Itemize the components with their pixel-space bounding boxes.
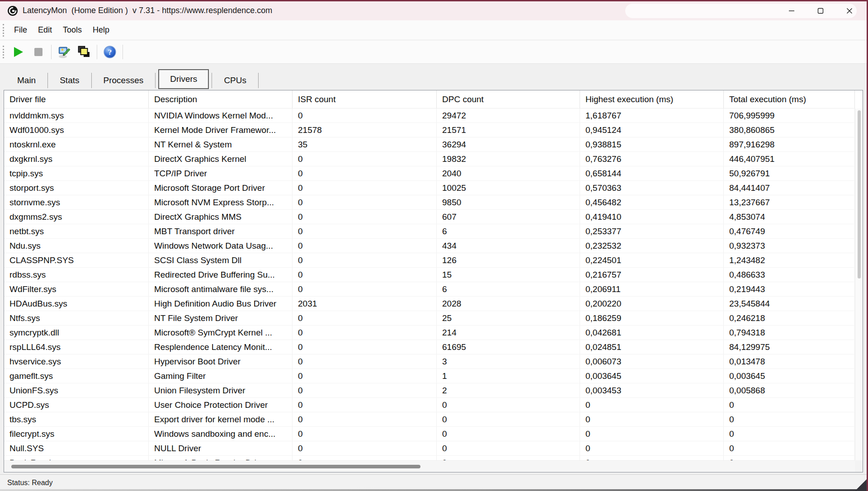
cell-dpc-count: 29472 [437, 109, 580, 123]
table-row[interactable]: BasicRender.sys Microsoft Basic Render D… [4, 456, 855, 460]
table-row[interactable]: dxgmms2.sys DirectX Graphics MMS 0 607 0… [4, 210, 855, 224]
column-header-highest-execution[interactable]: Highest execution (ms) [580, 90, 724, 108]
cell-description: Microsoft NVM Express Storp... [149, 195, 292, 209]
cell-total-execution: 0,486633 [724, 268, 855, 282]
cell-description: High Definition Audio Bus Driver [149, 297, 292, 311]
menu-tools[interactable]: Tools [57, 23, 87, 38]
column-header-total-execution[interactable]: Total execution (ms) [724, 90, 855, 108]
cell-description: Resplendence Latency Monit... [149, 340, 292, 354]
cell-dpc-count: 0 [437, 412, 580, 426]
cell-driver-file: UCPD.sys [4, 398, 149, 412]
table-row[interactable]: HDAudBus.sys High Definition Audio Bus D… [4, 297, 855, 311]
cell-isr-count: 0 [292, 456, 437, 460]
table-row[interactable]: Ntfs.sys NT File System Driver 0 25 0,18… [4, 311, 855, 326]
vertical-scrollbar[interactable] [855, 109, 863, 460]
tab-processes[interactable]: Processes [92, 72, 156, 89]
horizontal-scrollbar[interactable] [4, 460, 855, 472]
cell-description: Windows Network Data Usag... [149, 239, 292, 253]
table-row[interactable]: stornvme.sys Microsoft NVM Express Storp… [4, 195, 855, 210]
tab-drivers[interactable]: Drivers [158, 69, 209, 89]
cell-description: NT Kernel & System [149, 137, 292, 151]
cell-driver-file: dxgmms2.sys [4, 210, 149, 224]
tab-stats[interactable]: Stats [48, 72, 91, 89]
table-row[interactable]: tcpip.sys TCP/IP Driver 0 2040 0,658144 … [4, 166, 855, 181]
table-row[interactable]: CLASSPNP.SYS SCSI Class System Dll 0 126… [4, 253, 855, 268]
table-row[interactable]: Null.SYS NULL Driver 0 0 0 0 [4, 441, 855, 456]
table-row[interactable]: storport.sys Microsoft Storage Port Driv… [4, 181, 855, 195]
help-button[interactable]: ? [100, 42, 120, 61]
cell-isr-count: 0 [292, 354, 437, 368]
table-row[interactable]: Wdf01000.sys Kernel Mode Driver Framewor… [4, 123, 855, 137]
vertical-scrollbar-thumb[interactable] [858, 110, 861, 279]
cell-isr-count: 0 [292, 109, 437, 123]
table-row[interactable]: UCPD.sys User Choice Protection Driver 0… [4, 398, 855, 412]
cell-dpc-count: 3 [437, 354, 580, 368]
column-header-driver-file[interactable]: Driver file [4, 90, 149, 108]
minimize-icon [788, 7, 795, 14]
cell-description: SCSI Class System Dll [149, 253, 292, 267]
table-row[interactable]: gameflt.sys Gaming Filter 0 1 0,003645 0… [4, 369, 855, 383]
cell-driver-file: ntoskrnl.exe [4, 137, 149, 151]
window-controls [777, 1, 864, 20]
tab-cpus[interactable]: CPUs [212, 72, 258, 89]
cell-driver-file: BasicRender.sys [4, 456, 149, 460]
cell-isr-count: 0 [292, 282, 437, 296]
table-row[interactable]: filecrypt.sys Windows sandboxing and enc… [4, 427, 855, 441]
copy-report-button[interactable] [74, 42, 94, 61]
resize-grip[interactable] [855, 479, 867, 491]
table-row[interactable]: tbs.sys Export driver for kernel mode ..… [4, 412, 855, 427]
cell-highest-execution: 0 [580, 398, 724, 412]
cell-highest-execution: 0,938815 [580, 137, 724, 151]
menu-help[interactable]: Help [87, 23, 115, 38]
table-header: Driver file Description ISR count DPC co… [4, 90, 855, 109]
cell-highest-execution: 0,024851 [580, 340, 724, 354]
table-row[interactable]: Ndu.sys Windows Network Data Usag... 0 4… [4, 239, 855, 253]
cell-dpc-count: 0 [437, 427, 580, 441]
cell-highest-execution: 0,570363 [580, 181, 724, 195]
cell-total-execution: 50,926791 [724, 166, 855, 180]
cell-highest-execution: 0,224501 [580, 253, 724, 267]
horizontal-scrollbar-thumb[interactable] [11, 465, 420, 468]
cell-dpc-count: 6 [437, 282, 580, 296]
column-header-dpc-count[interactable]: DPC count [437, 90, 580, 108]
cell-highest-execution: 0,232532 [580, 239, 724, 253]
cell-description: Redirected Drive Buffering Su... [149, 268, 292, 282]
cell-highest-execution: 0,419410 [580, 210, 724, 224]
toolbar-grip[interactable] [3, 46, 4, 58]
cell-driver-file: filecrypt.sys [4, 427, 149, 441]
cell-total-execution: 84,129975 [724, 340, 855, 354]
cell-description: User Choice Protection Driver [149, 398, 292, 412]
table-row[interactable]: WdFilter.sys Microsoft antimalware file … [4, 282, 855, 297]
help-icon: ? [103, 45, 117, 59]
table-row[interactable]: rdbss.sys Redirected Drive Buffering Su.… [4, 268, 855, 282]
app-icon [7, 5, 18, 16]
cell-total-execution: 1,243482 [724, 253, 855, 267]
menu-edit[interactable]: Edit [33, 23, 57, 38]
toolbar-separator [51, 45, 52, 59]
table-row[interactable]: netbt.sys MBT Transport driver 0 6 0,253… [4, 224, 855, 239]
cell-highest-execution: 0 [580, 441, 724, 455]
table-row[interactable]: dxgkrnl.sys DirectX Graphics Kernel 0 19… [4, 152, 855, 166]
maximize-button[interactable] [806, 1, 835, 20]
rebar-grip[interactable] [3, 24, 4, 37]
tab-main[interactable]: Main [5, 72, 47, 89]
start-monitor-button[interactable] [9, 42, 28, 61]
table-body: nvlddmkm.sys NVIDIA Windows Kernel Mod..… [4, 109, 855, 460]
stop-monitor-button[interactable] [28, 42, 48, 61]
cell-driver-file: UnionFS.sys [4, 383, 149, 397]
close-button[interactable] [835, 1, 864, 20]
table-row[interactable]: hvservice.sys Hypervisor Boot Driver 0 3… [4, 354, 855, 369]
table-row[interactable]: nvlddmkm.sys NVIDIA Windows Kernel Mod..… [4, 109, 855, 123]
cell-driver-file: storport.sys [4, 181, 149, 195]
menu-file[interactable]: File [9, 23, 33, 38]
column-header-isr-count[interactable]: ISR count [292, 90, 437, 108]
table-row[interactable]: rspLLL64.sys Resplendence Latency Monit.… [4, 340, 855, 354]
options-button[interactable] [54, 42, 74, 61]
table-row[interactable]: UnionFS.sys Union Filesystem Driver 0 2 … [4, 383, 855, 398]
table-row[interactable]: ntoskrnl.exe NT Kernel & System 35 36294… [4, 137, 855, 152]
minimize-button[interactable] [777, 1, 806, 20]
table-row[interactable]: symcryptk.dll Microsoft® SymCrypt Kernel… [4, 326, 855, 340]
column-header-description[interactable]: Description [149, 90, 292, 108]
cell-isr-count: 0 [292, 166, 437, 180]
cell-driver-file: Null.SYS [4, 441, 149, 455]
